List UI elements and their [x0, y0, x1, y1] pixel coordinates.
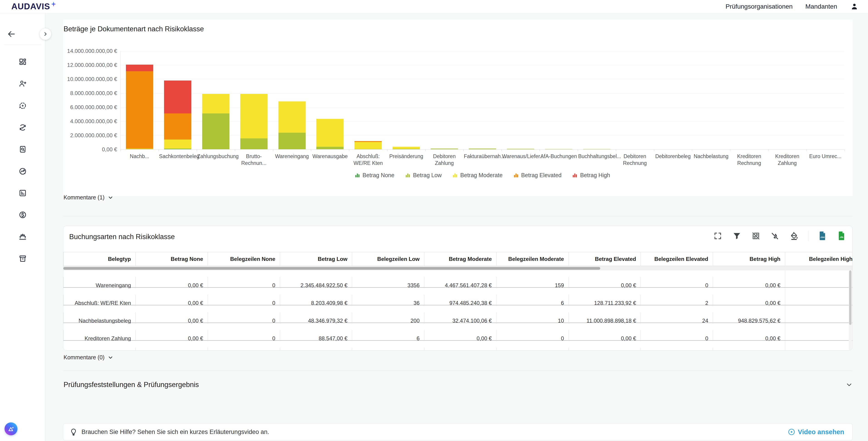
archive-icon: [19, 255, 27, 263]
column-header[interactable]: Belegzeilen Moderate: [496, 252, 568, 266]
horizontal-scrollbar-thumb[interactable]: [63, 267, 600, 270]
sidebar-item-dashboard[interactable]: [17, 57, 28, 67]
x-axis-label: Warenaus/Liefer...: [502, 153, 539, 160]
column-header[interactable]: Belegtyp: [63, 252, 135, 266]
table-cell: [785, 323, 852, 340]
bar-segment: [164, 149, 191, 150]
export-csv-icon[interactable]: .csv: [817, 231, 827, 241]
app-logo-text: AUDAVIS: [11, 2, 50, 11]
sidebar-item-analytics[interactable]: [17, 166, 28, 177]
x-axis-label: Wareneingang: [274, 153, 311, 160]
fullscreen-icon[interactable]: [713, 231, 723, 241]
legend-label: Betrag Elevated: [521, 172, 562, 179]
column-header[interactable]: Betrag Moderate: [424, 252, 496, 266]
navbar-links: Prüfungsorganisationen Mandanten: [725, 0, 859, 13]
chart-comments-toggle[interactable]: Kommentare (1): [64, 194, 113, 201]
legend-item-betrag-low[interactable]: Betrag Low: [405, 172, 442, 179]
column-header[interactable]: Belegzeilen Low: [352, 252, 424, 266]
section-divider: [63, 216, 852, 216]
video-link-label: Video ansehen: [798, 428, 844, 436]
column-header[interactable]: Betrag Elevated: [568, 252, 641, 266]
app-logo[interactable]: AUDAVIS: [11, 2, 57, 11]
user-menu-icon[interactable]: [850, 2, 859, 11]
vertical-scrollbar-thumb[interactable]: [849, 271, 851, 325]
bar-segment: [126, 149, 153, 149]
bar-segment: [164, 114, 191, 139]
bar-segment: [316, 119, 344, 147]
sidebar-item-add-user[interactable]: [17, 78, 28, 89]
x-axis-label: AfA-Buchungen: [540, 153, 577, 160]
legend-label: Betrag None: [363, 172, 394, 179]
column-header[interactable]: Betrag None: [135, 252, 208, 266]
findings-title: Prüfungsfeststellungen & Prüfungsergebni…: [63, 381, 199, 389]
nav-link-pruefungsorganisationen[interactable]: Prüfungsorganisationen: [725, 3, 793, 10]
y-axis-tick-label: 4.000.000.000,00 €: [49, 118, 117, 125]
help-text: Brauchen Sie Hilfe? Sehen Sie sich ein k…: [82, 429, 269, 436]
x-axis-label: Sachkontenbeleg: [159, 153, 196, 160]
assistant-logo-icon: [7, 425, 15, 433]
video-link[interactable]: Video ansehen: [788, 428, 844, 436]
fill-color-icon[interactable]: [789, 231, 799, 241]
legend-item-betrag-moderate[interactable]: Betrag Moderate: [452, 172, 502, 179]
lightbulb-icon: [70, 428, 78, 436]
bar-segment: [354, 142, 382, 149]
table-row: Nachbelastungsbeleg0,00 €048.346.979,32 …: [63, 306, 852, 323]
sidebar-item-ai-sync[interactable]: [17, 100, 28, 111]
legend-bars-icon: [452, 172, 458, 178]
vertical-scrollbar[interactable]: [849, 271, 852, 350]
chart-comments-label: Kommentare (1): [64, 194, 104, 201]
column-header[interactable]: Belegzeilen High: [785, 252, 852, 266]
column-header[interactable]: Belegzeilen None: [208, 252, 280, 266]
assistant-button[interactable]: [4, 422, 18, 435]
chevron-down-icon: [846, 381, 852, 388]
ship-icon: [19, 232, 27, 241]
filter-icon[interactable]: [732, 231, 742, 241]
chart-panel: Beträge je Dokumentenart nach Risikoklas…: [63, 20, 852, 196]
bar-segment: [316, 147, 344, 149]
bar-6: [316, 51, 344, 149]
back-button[interactable]: [6, 30, 16, 38]
column-header[interactable]: Betrag High: [713, 252, 785, 266]
column-header[interactable]: Belegzeilen Elevated: [641, 252, 713, 266]
sidebar-expand-button[interactable]: [39, 28, 51, 40]
section-divider: [63, 371, 852, 371]
nav-link-mandanten[interactable]: Mandanten: [805, 3, 837, 10]
findings-section-header[interactable]: Prüfungsfeststellungen & Prüfungsergebni…: [63, 381, 852, 389]
column-header[interactable]: Betrag Low: [280, 252, 352, 266]
bar-2: [164, 51, 191, 149]
horizontal-scrollbar[interactable]: [63, 266, 852, 271]
sidebar-item-archive[interactable]: [17, 253, 28, 264]
chart-plot-area: Nachb...SachkontenbelegZahlungsbuchungBr…: [120, 51, 844, 150]
table-comments-toggle[interactable]: Kommentare (0): [64, 354, 113, 361]
legend-item-betrag-none[interactable]: Betrag None: [354, 172, 394, 179]
highlight-off-icon[interactable]: [770, 231, 780, 241]
table-row: Wareneingang0,00 €02.345.484.922,50 €335…: [63, 271, 852, 288]
export-xls-icon[interactable]: .xls: [836, 231, 846, 241]
x-axis-tick: [539, 150, 540, 151]
sidebar-item-ship[interactable]: [17, 231, 28, 242]
x-axis-tick: [844, 150, 845, 151]
bar-segment: [393, 149, 420, 149]
sidebar-item-bar-chart[interactable]: [17, 188, 28, 198]
legend-item-betrag-high[interactable]: Betrag High: [572, 172, 610, 179]
table-row: Abschluß: WE/RE Kten0,00 €08.203.409,98 …: [63, 288, 852, 305]
dashboard-icon: [19, 58, 27, 66]
bar-1: [126, 51, 153, 149]
bar-segment: [164, 149, 191, 149]
bar-16: [698, 51, 724, 149]
x-axis-tick: [692, 150, 692, 151]
svg-text:.csv: .csv: [820, 236, 825, 239]
finance-dollar-icon: [19, 211, 27, 219]
bar-segment: [583, 149, 611, 150]
grid-off-icon[interactable]: [751, 231, 761, 241]
table-cell: 0,00 €: [135, 348, 208, 350]
table-cell: 406.545,64 €: [280, 348, 352, 350]
legend-item-betrag-elevated[interactable]: Betrag Elevated: [513, 172, 562, 179]
sidebar-item-finance-dollar[interactable]: [17, 210, 28, 220]
sidebar: [0, 13, 45, 441]
x-axis-label: Warenausgabe: [311, 153, 348, 160]
sidebar-item-document-search[interactable]: [17, 144, 28, 155]
table-cell: [785, 288, 852, 305]
bar-19: [812, 51, 839, 149]
sidebar-item-sync-check[interactable]: [17, 122, 28, 133]
